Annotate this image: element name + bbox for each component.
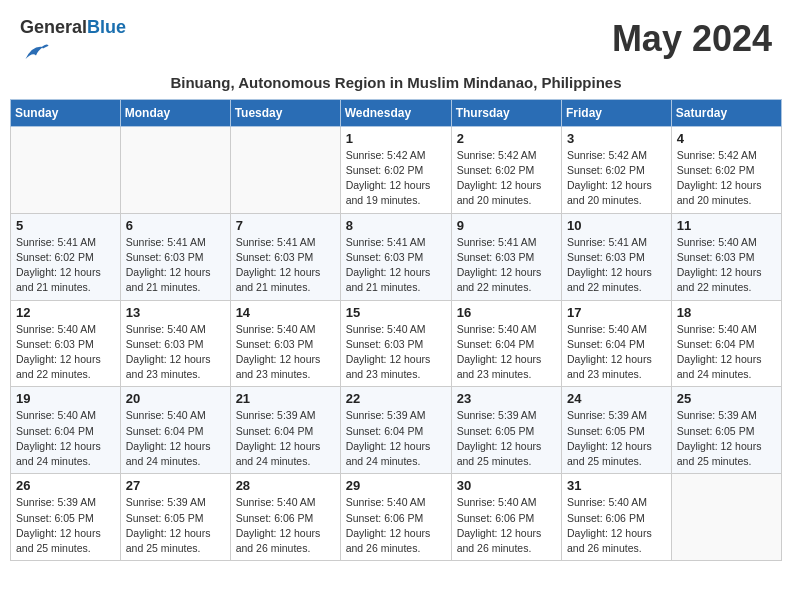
column-header-friday: Friday: [562, 99, 672, 126]
day-detail: Sunrise: 5:41 AMSunset: 6:03 PMDaylight:…: [457, 235, 556, 296]
calendar-subtitle: Binuang, Autonomous Region in Muslim Min…: [10, 74, 782, 99]
calendar-table: SundayMondayTuesdayWednesdayThursdayFrid…: [10, 99, 782, 561]
day-detail: Sunrise: 5:40 AMSunset: 6:04 PMDaylight:…: [677, 322, 776, 383]
day-detail: Sunrise: 5:41 AMSunset: 6:03 PMDaylight:…: [126, 235, 225, 296]
calendar-cell: [671, 474, 781, 561]
page-header: GeneralBlue May 2024: [10, 10, 782, 74]
day-number: 27: [126, 478, 225, 493]
day-detail: Sunrise: 5:41 AMSunset: 6:03 PMDaylight:…: [346, 235, 446, 296]
calendar-cell: 5Sunrise: 5:41 AMSunset: 6:02 PMDaylight…: [11, 213, 121, 300]
day-detail: Sunrise: 5:42 AMSunset: 6:02 PMDaylight:…: [346, 148, 446, 209]
calendar-cell: 29Sunrise: 5:40 AMSunset: 6:06 PMDayligh…: [340, 474, 451, 561]
day-detail: Sunrise: 5:41 AMSunset: 6:03 PMDaylight:…: [567, 235, 666, 296]
day-detail: Sunrise: 5:39 AMSunset: 6:05 PMDaylight:…: [126, 495, 225, 556]
calendar-cell: 23Sunrise: 5:39 AMSunset: 6:05 PMDayligh…: [451, 387, 561, 474]
day-detail: Sunrise: 5:39 AMSunset: 6:05 PMDaylight:…: [16, 495, 115, 556]
calendar-header-row: SundayMondayTuesdayWednesdayThursdayFrid…: [11, 99, 782, 126]
day-number: 16: [457, 305, 556, 320]
calendar-cell: [11, 126, 121, 213]
calendar-cell: 19Sunrise: 5:40 AMSunset: 6:04 PMDayligh…: [11, 387, 121, 474]
day-detail: Sunrise: 5:42 AMSunset: 6:02 PMDaylight:…: [677, 148, 776, 209]
day-number: 17: [567, 305, 666, 320]
calendar-week-row: 26Sunrise: 5:39 AMSunset: 6:05 PMDayligh…: [11, 474, 782, 561]
day-number: 14: [236, 305, 335, 320]
calendar-cell: 22Sunrise: 5:39 AMSunset: 6:04 PMDayligh…: [340, 387, 451, 474]
calendar-cell: 31Sunrise: 5:40 AMSunset: 6:06 PMDayligh…: [562, 474, 672, 561]
day-detail: Sunrise: 5:40 AMSunset: 6:04 PMDaylight:…: [126, 408, 225, 469]
day-number: 24: [567, 391, 666, 406]
day-detail: Sunrise: 5:41 AMSunset: 6:02 PMDaylight:…: [16, 235, 115, 296]
day-number: 10: [567, 218, 666, 233]
calendar-cell: 10Sunrise: 5:41 AMSunset: 6:03 PMDayligh…: [562, 213, 672, 300]
calendar-cell: 25Sunrise: 5:39 AMSunset: 6:05 PMDayligh…: [671, 387, 781, 474]
calendar-cell: 15Sunrise: 5:40 AMSunset: 6:03 PMDayligh…: [340, 300, 451, 387]
calendar-cell: 6Sunrise: 5:41 AMSunset: 6:03 PMDaylight…: [120, 213, 230, 300]
calendar-cell: 12Sunrise: 5:40 AMSunset: 6:03 PMDayligh…: [11, 300, 121, 387]
day-number: 25: [677, 391, 776, 406]
day-number: 20: [126, 391, 225, 406]
calendar-cell: 17Sunrise: 5:40 AMSunset: 6:04 PMDayligh…: [562, 300, 672, 387]
day-number: 19: [16, 391, 115, 406]
day-detail: Sunrise: 5:39 AMSunset: 6:05 PMDaylight:…: [457, 408, 556, 469]
day-detail: Sunrise: 5:39 AMSunset: 6:05 PMDaylight:…: [677, 408, 776, 469]
day-number: 31: [567, 478, 666, 493]
day-detail: Sunrise: 5:40 AMSunset: 6:06 PMDaylight:…: [567, 495, 666, 556]
day-number: 6: [126, 218, 225, 233]
calendar-cell: [120, 126, 230, 213]
day-detail: Sunrise: 5:40 AMSunset: 6:04 PMDaylight:…: [16, 408, 115, 469]
day-number: 7: [236, 218, 335, 233]
calendar-cell: 26Sunrise: 5:39 AMSunset: 6:05 PMDayligh…: [11, 474, 121, 561]
day-number: 26: [16, 478, 115, 493]
calendar-cell: 30Sunrise: 5:40 AMSunset: 6:06 PMDayligh…: [451, 474, 561, 561]
day-detail: Sunrise: 5:42 AMSunset: 6:02 PMDaylight:…: [567, 148, 666, 209]
calendar-cell: 3Sunrise: 5:42 AMSunset: 6:02 PMDaylight…: [562, 126, 672, 213]
day-number: 13: [126, 305, 225, 320]
calendar-week-row: 19Sunrise: 5:40 AMSunset: 6:04 PMDayligh…: [11, 387, 782, 474]
day-number: 1: [346, 131, 446, 146]
day-detail: Sunrise: 5:42 AMSunset: 6:02 PMDaylight:…: [457, 148, 556, 209]
column-header-saturday: Saturday: [671, 99, 781, 126]
calendar-cell: 18Sunrise: 5:40 AMSunset: 6:04 PMDayligh…: [671, 300, 781, 387]
logo-bird-icon: [22, 38, 50, 66]
day-detail: Sunrise: 5:40 AMSunset: 6:06 PMDaylight:…: [346, 495, 446, 556]
day-number: 2: [457, 131, 556, 146]
day-number: 8: [346, 218, 446, 233]
calendar-cell: 1Sunrise: 5:42 AMSunset: 6:02 PMDaylight…: [340, 126, 451, 213]
day-detail: Sunrise: 5:40 AMSunset: 6:04 PMDaylight:…: [567, 322, 666, 383]
day-detail: Sunrise: 5:40 AMSunset: 6:03 PMDaylight:…: [236, 322, 335, 383]
calendar-week-row: 12Sunrise: 5:40 AMSunset: 6:03 PMDayligh…: [11, 300, 782, 387]
day-number: 21: [236, 391, 335, 406]
day-number: 18: [677, 305, 776, 320]
day-detail: Sunrise: 5:39 AMSunset: 6:04 PMDaylight:…: [346, 408, 446, 469]
calendar-cell: 21Sunrise: 5:39 AMSunset: 6:04 PMDayligh…: [230, 387, 340, 474]
day-number: 22: [346, 391, 446, 406]
day-number: 5: [16, 218, 115, 233]
calendar-cell: 11Sunrise: 5:40 AMSunset: 6:03 PMDayligh…: [671, 213, 781, 300]
calendar-cell: 13Sunrise: 5:40 AMSunset: 6:03 PMDayligh…: [120, 300, 230, 387]
day-detail: Sunrise: 5:40 AMSunset: 6:03 PMDaylight:…: [677, 235, 776, 296]
day-number: 4: [677, 131, 776, 146]
calendar-cell: 16Sunrise: 5:40 AMSunset: 6:04 PMDayligh…: [451, 300, 561, 387]
day-number: 23: [457, 391, 556, 406]
day-detail: Sunrise: 5:40 AMSunset: 6:06 PMDaylight:…: [236, 495, 335, 556]
day-detail: Sunrise: 5:40 AMSunset: 6:03 PMDaylight:…: [16, 322, 115, 383]
calendar-cell: 9Sunrise: 5:41 AMSunset: 6:03 PMDaylight…: [451, 213, 561, 300]
day-detail: Sunrise: 5:40 AMSunset: 6:03 PMDaylight:…: [346, 322, 446, 383]
column-header-monday: Monday: [120, 99, 230, 126]
column-header-tuesday: Tuesday: [230, 99, 340, 126]
calendar-cell: 20Sunrise: 5:40 AMSunset: 6:04 PMDayligh…: [120, 387, 230, 474]
column-header-sunday: Sunday: [11, 99, 121, 126]
calendar-cell: 4Sunrise: 5:42 AMSunset: 6:02 PMDaylight…: [671, 126, 781, 213]
column-header-thursday: Thursday: [451, 99, 561, 126]
calendar-cell: 8Sunrise: 5:41 AMSunset: 6:03 PMDaylight…: [340, 213, 451, 300]
logo-blue: Blue: [87, 17, 126, 37]
calendar-cell: 27Sunrise: 5:39 AMSunset: 6:05 PMDayligh…: [120, 474, 230, 561]
calendar-cell: 28Sunrise: 5:40 AMSunset: 6:06 PMDayligh…: [230, 474, 340, 561]
calendar-cell: 7Sunrise: 5:41 AMSunset: 6:03 PMDaylight…: [230, 213, 340, 300]
calendar-cell: 14Sunrise: 5:40 AMSunset: 6:03 PMDayligh…: [230, 300, 340, 387]
day-detail: Sunrise: 5:40 AMSunset: 6:06 PMDaylight:…: [457, 495, 556, 556]
day-number: 3: [567, 131, 666, 146]
calendar-cell: [230, 126, 340, 213]
day-number: 9: [457, 218, 556, 233]
day-detail: Sunrise: 5:40 AMSunset: 6:03 PMDaylight:…: [126, 322, 225, 383]
